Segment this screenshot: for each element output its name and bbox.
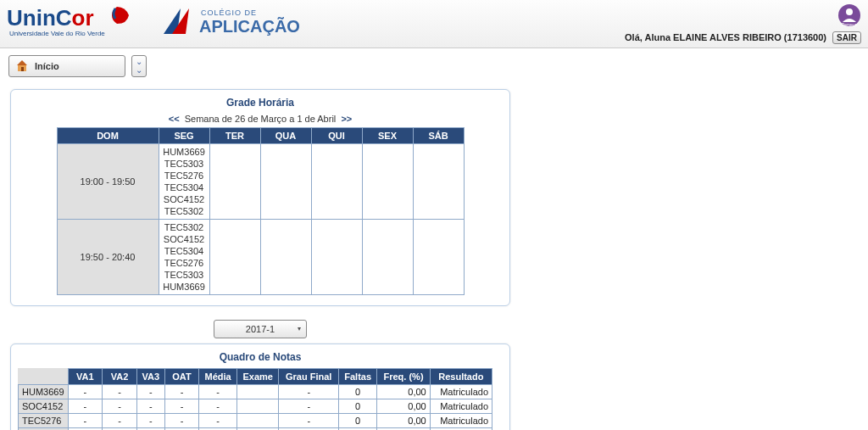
cell-oat: - bbox=[164, 385, 199, 399]
schedule-cell bbox=[362, 144, 413, 220]
cell-oat: - bbox=[164, 399, 199, 414]
cell-freq: 0,00 bbox=[377, 399, 430, 414]
schedule-header-row: DOM SEG TER QUA QUI SEX SÁB bbox=[57, 128, 464, 144]
schedule-cell bbox=[362, 220, 413, 295]
cell-media: - bbox=[199, 414, 237, 428]
cell-media: - bbox=[199, 385, 237, 399]
col-va3: VA3 bbox=[136, 369, 164, 385]
svg-text:Universidade Vale do Rio Verde: Universidade Vale do Rio Verde bbox=[9, 30, 105, 37]
cell-freq: 0,00 bbox=[377, 414, 430, 428]
table-row: HUM3669------00,00Matriculado bbox=[19, 385, 492, 399]
svg-marker-8 bbox=[17, 60, 27, 65]
cell-oat: - bbox=[164, 414, 199, 428]
aplicacao-logo: COLÉGIO DE APLICAÇÃO bbox=[157, 2, 318, 46]
semester-select[interactable]: 2017-1 ▾ bbox=[214, 320, 307, 338]
svg-rect-9 bbox=[21, 67, 24, 71]
course-code: TEC5276 bbox=[159, 170, 209, 181]
cell-exame bbox=[237, 399, 279, 414]
cell-faltas: 0 bbox=[338, 414, 376, 428]
col-va2: VA2 bbox=[103, 369, 137, 385]
svg-point-5 bbox=[846, 8, 853, 15]
page-header: UninCor Universidade Vale do Rio Verde C… bbox=[0, 0, 868, 48]
cell-faltas: 0 bbox=[338, 385, 376, 399]
col-ter: TER bbox=[209, 128, 260, 144]
cell-va2: - bbox=[103, 399, 137, 414]
caret-down-icon: ▾ bbox=[298, 321, 301, 338]
svg-text:Perseus: Perseus bbox=[842, 22, 858, 27]
greeting-name: Aluna ELAINE ALVES RIBEIRO (1713600) bbox=[644, 32, 826, 42]
col-dom: DOM bbox=[57, 128, 159, 144]
cell-exame bbox=[237, 385, 279, 399]
col-qui: QUI bbox=[311, 128, 362, 144]
course-code: TEC5304 bbox=[159, 245, 209, 257]
col-oat: OAT bbox=[164, 369, 199, 385]
prev-week-button[interactable]: << bbox=[169, 114, 180, 124]
svg-text:APLICAÇÃO: APLICAÇÃO bbox=[199, 17, 300, 36]
schedule-cell-seg: TEC5302 SOC4152 TEC5304 TEC5276 TEC5303 … bbox=[159, 220, 209, 295]
cell-va1: - bbox=[68, 399, 103, 414]
time-slot: 19:00 - 19:50 bbox=[57, 144, 159, 220]
col-qua: QUA bbox=[260, 128, 311, 144]
col-exame: Exame bbox=[237, 369, 279, 385]
semester-value: 2017-1 bbox=[246, 324, 275, 334]
chevron-down-icon: ⌄ bbox=[136, 66, 142, 75]
schedule-cell bbox=[260, 144, 311, 220]
week-navigator: << Semana de 26 de Março a 1 de Abril >> bbox=[18, 114, 503, 124]
perseus-icon[interactable]: Perseus bbox=[837, 3, 861, 29]
schedule-cell bbox=[413, 220, 464, 295]
col-blank bbox=[19, 369, 69, 385]
cell-res: Matriculado bbox=[430, 385, 492, 399]
cell-va2: - bbox=[103, 414, 137, 428]
next-week-button[interactable]: >> bbox=[341, 114, 352, 124]
schedule-table: DOM SEG TER QUA QUI SEX SÁB 19:00 - 19:5… bbox=[57, 127, 465, 295]
cell-disc: SOC4152 bbox=[19, 399, 69, 414]
unincor-logo: UninCor Universidade Vale do Rio Verde bbox=[7, 2, 151, 46]
grades-title: Quadro de Notas bbox=[18, 351, 503, 363]
time-slot: 19:50 - 20:40 bbox=[57, 220, 159, 295]
svg-text:COLÉGIO DE: COLÉGIO DE bbox=[201, 8, 257, 17]
home-button[interactable]: Início bbox=[8, 55, 125, 77]
greeting-prefix: Olá, bbox=[625, 32, 644, 42]
cell-grau: - bbox=[279, 385, 339, 399]
cell-freq: 0,00 bbox=[377, 385, 430, 399]
col-media: Média bbox=[199, 369, 237, 385]
cell-res: Matriculado bbox=[430, 399, 492, 414]
cell-va3: - bbox=[136, 414, 164, 428]
course-code: TEC5302 bbox=[159, 221, 209, 233]
schedule-cell bbox=[260, 220, 311, 295]
schedule-cell bbox=[209, 220, 260, 295]
course-code: HUM3669 bbox=[159, 281, 209, 293]
col-grau: Grau Final bbox=[279, 369, 339, 385]
cell-va2: - bbox=[103, 385, 137, 399]
schedule-cell bbox=[311, 220, 362, 295]
col-res: Resultado bbox=[430, 369, 492, 385]
course-code: TEC5302 bbox=[159, 205, 209, 217]
grades-header-row: VA1 VA2 VA3 OAT Média Exame Grau Final F… bbox=[19, 369, 492, 385]
course-code: TEC5303 bbox=[159, 269, 209, 281]
cell-faltas: 0 bbox=[338, 399, 376, 414]
course-code: TEC5304 bbox=[159, 181, 209, 193]
course-code: SOC4152 bbox=[159, 193, 209, 205]
col-freq: Freq. (%) bbox=[377, 369, 430, 385]
cell-va3: - bbox=[136, 399, 164, 414]
col-seg: SEG bbox=[159, 128, 209, 144]
home-label: Início bbox=[35, 61, 120, 71]
user-greeting: Olá, Aluna ELAINE ALVES RIBEIRO (1713600… bbox=[625, 31, 861, 44]
logout-button[interactable]: SAIR bbox=[832, 31, 861, 44]
schedule-cell bbox=[311, 144, 362, 220]
cell-va3: - bbox=[136, 385, 164, 399]
course-code: TEC5276 bbox=[159, 257, 209, 269]
course-code: TEC5303 bbox=[159, 158, 209, 170]
cell-disc: TEC5276 bbox=[19, 414, 69, 428]
schedule-title: Grade Horária bbox=[18, 97, 503, 109]
expand-menu-button[interactable]: ⌄ ⌄ bbox=[131, 55, 147, 77]
col-sex: SEX bbox=[362, 128, 413, 144]
svg-text:UninCor: UninCor bbox=[7, 5, 94, 31]
cell-media: - bbox=[199, 399, 237, 414]
course-code: HUM3669 bbox=[159, 146, 209, 158]
grades-table: VA1 VA2 VA3 OAT Média Exame Grau Final F… bbox=[18, 368, 492, 430]
home-icon bbox=[14, 58, 30, 75]
table-row: SOC4152------00,00Matriculado bbox=[19, 399, 492, 414]
schedule-row: 19:50 - 20:40 TEC5302 SOC4152 TEC5304 TE… bbox=[57, 220, 464, 295]
col-faltas: Faltas bbox=[338, 369, 376, 385]
